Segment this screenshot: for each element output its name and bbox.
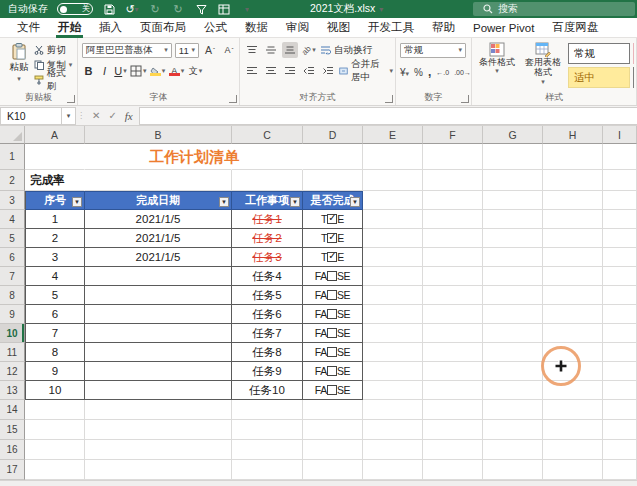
cell-style-calc[interactable]: 计算 [633, 67, 634, 88]
cell-G10[interactable] [483, 324, 543, 343]
cell-F12[interactable] [423, 362, 483, 381]
cell-style-normal[interactable]: 常规 [568, 43, 630, 64]
undo-icon[interactable]: ↺▾ [125, 2, 139, 16]
checkbox-checked[interactable] [327, 252, 337, 262]
merge-center-button[interactable]: 合并后居中 ▾ [339, 63, 393, 79]
cell-E2[interactable] [363, 170, 423, 191]
column-header-I[interactable]: I [603, 126, 637, 144]
cell-D5[interactable]: TE [303, 229, 363, 248]
cell-G3[interactable] [483, 191, 543, 210]
cell-I15[interactable] [603, 420, 637, 440]
cell-style-bad[interactable]: 差 [633, 43, 634, 64]
cell-C12[interactable]: 任务9 [232, 362, 303, 381]
column-header-H[interactable]: H [543, 126, 603, 144]
cell-E5[interactable] [363, 229, 423, 248]
align-bottom-button[interactable] [282, 42, 298, 58]
cell-B7[interactable] [85, 267, 232, 286]
formula-input[interactable] [139, 107, 637, 125]
cell-G1[interactable] [483, 144, 543, 170]
percent-style-icon[interactable]: % [414, 67, 423, 78]
cell-C13[interactable]: 任务10 [232, 381, 303, 400]
cell-A1[interactable] [25, 144, 85, 170]
cell-C9[interactable]: 任务6 [232, 305, 303, 324]
row-header-4[interactable]: 4 [0, 210, 25, 229]
tab-公式[interactable]: 公式 [195, 18, 236, 38]
undo-dropdown-icon[interactable]: ▾ [135, 5, 139, 14]
cell-F15[interactable] [423, 420, 483, 440]
autosave-toggle[interactable]: 关 [57, 3, 93, 15]
cell-B3[interactable]: 完成日期▼ [85, 191, 232, 210]
tab-视图[interactable]: 视图 [318, 18, 359, 38]
cell-A10[interactable]: 7 [25, 324, 85, 343]
underline-button[interactable]: U▾ [114, 63, 127, 79]
cell-I10[interactable] [603, 324, 637, 343]
cell-F17[interactable] [423, 460, 483, 480]
cell-E17[interactable] [363, 460, 423, 480]
phonetic-dropdown-icon[interactable]: ▾ [199, 67, 203, 75]
cell-A6[interactable]: 3 [25, 248, 85, 267]
phonetic-guide-button[interactable]: 文 ▾ [188, 63, 204, 79]
cell-G14[interactable] [483, 400, 543, 420]
cell-E14[interactable] [363, 400, 423, 420]
cell-C14[interactable] [232, 400, 303, 420]
cell-D7[interactable]: FASE [303, 267, 363, 286]
cell-D10[interactable]: FASE [303, 324, 363, 343]
checkbox-unchecked[interactable] [327, 290, 337, 300]
cell-C2[interactable] [232, 170, 303, 191]
cell-A5[interactable]: 2 [25, 229, 85, 248]
row-header-10[interactable]: 10 [0, 324, 25, 343]
tab-页面布局[interactable]: 页面布局 [131, 18, 195, 38]
cell-D17[interactable] [303, 460, 363, 480]
cell-E16[interactable] [363, 440, 423, 460]
cell-F8[interactable] [423, 286, 483, 305]
cell-F5[interactable] [423, 229, 483, 248]
tab-百度网盘[interactable]: 百度网盘 [543, 18, 607, 38]
tab-插入[interactable]: 插入 [90, 18, 131, 38]
cell-I9[interactable] [603, 305, 637, 324]
cell-G7[interactable] [483, 267, 543, 286]
cell-F1[interactable] [423, 144, 483, 170]
row-header-17[interactable]: 17 [0, 460, 25, 480]
cell-E8[interactable] [363, 286, 423, 305]
decrease-decimal-icon[interactable]: .00→ [454, 69, 471, 76]
format-as-table-button[interactable]: 套用表格格式 ▾ [522, 41, 564, 93]
cell-A15[interactable] [25, 420, 85, 440]
cell-A11[interactable]: 8 [25, 343, 85, 362]
font-color-dropdown-icon[interactable]: ▾ [181, 67, 185, 75]
cell-D1[interactable] [303, 144, 363, 170]
cell-G13[interactable] [483, 381, 543, 400]
cell-E6[interactable] [363, 248, 423, 267]
align-top-button[interactable] [244, 42, 260, 58]
cell-H10[interactable] [543, 324, 603, 343]
accounting-format-icon[interactable]: ¥▾ [400, 67, 409, 78]
cell-E1[interactable] [363, 144, 423, 170]
cell-D3[interactable]: 是否完成▼ [303, 191, 363, 210]
cell-D11[interactable]: FASE [303, 343, 363, 362]
cell-F4[interactable] [423, 210, 483, 229]
cell-E12[interactable] [363, 362, 423, 381]
merge-dropdown-icon[interactable]: ▾ [389, 67, 393, 75]
cell-G15[interactable] [483, 420, 543, 440]
cell-I12[interactable] [603, 362, 637, 381]
cell-G4[interactable] [483, 210, 543, 229]
cell-F2[interactable] [423, 170, 483, 191]
decrease-indent-button[interactable] [301, 63, 317, 79]
search-input[interactable]: 搜索 [473, 2, 635, 16]
cell-E7[interactable] [363, 267, 423, 286]
cell-G2[interactable] [483, 170, 543, 191]
cell-C3[interactable]: 工作事项▼ [232, 191, 303, 210]
cell-C5[interactable]: 任务2 [232, 229, 303, 248]
column-header-G[interactable]: G [483, 126, 543, 144]
cell-B12[interactable] [85, 362, 232, 381]
align-center-button[interactable] [263, 63, 279, 79]
row-header-14[interactable]: 14 [0, 400, 25, 420]
wrap-text-button[interactable]: 自动换行 [320, 42, 372, 58]
align-middle-button[interactable] [263, 42, 279, 58]
align-right-button[interactable] [282, 63, 298, 79]
cell-H5[interactable] [543, 229, 603, 248]
checkbox-unchecked[interactable] [327, 309, 337, 319]
cell-F13[interactable] [423, 381, 483, 400]
checkbox-unchecked[interactable] [327, 271, 337, 281]
checkbox-checked[interactable] [327, 233, 337, 243]
cell-D9[interactable]: FASE [303, 305, 363, 324]
